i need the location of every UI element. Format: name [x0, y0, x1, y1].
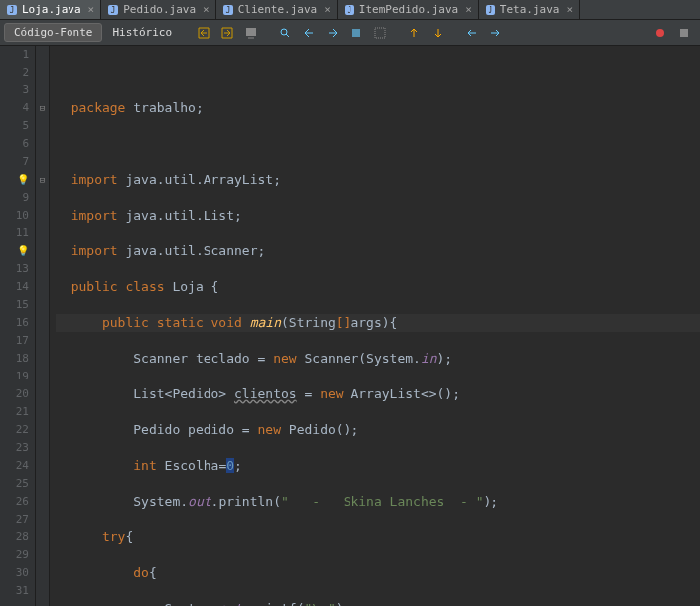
svg-text:J: J [347, 6, 351, 15]
next-bookmark-icon[interactable] [485, 22, 506, 44]
close-icon[interactable]: × [566, 3, 573, 16]
toggle-rect-select-icon[interactable] [369, 22, 391, 44]
tab-label: ItemPedido.java [359, 3, 458, 16]
java-file-icon: J [485, 4, 496, 16]
tab-label: Teta.java [500, 3, 560, 16]
code-area[interactable]: package trabalho; import java.util.Array… [50, 46, 700, 606]
svg-text:J: J [10, 6, 15, 15]
svg-text:J: J [225, 6, 230, 15]
find-prev-icon[interactable] [298, 22, 320, 44]
find-selection-icon[interactable] [274, 22, 296, 44]
java-file-icon: J [222, 4, 234, 16]
java-file-icon: J [107, 4, 119, 16]
svg-rect-12 [352, 29, 360, 37]
toggle-highlight-icon[interactable] [346, 22, 367, 44]
editor-toolbar: Código-Fonte Histórico [0, 20, 700, 46]
close-icon[interactable]: × [88, 3, 95, 16]
close-icon[interactable]: × [465, 3, 472, 16]
tab-loja[interactable]: J Loja.java × [0, 0, 101, 19]
line-number-gutter: 1234567💡91011💡13141516171819202122232425… [0, 46, 36, 606]
svg-rect-15 [680, 29, 688, 37]
kw-package: package [71, 100, 126, 115]
svg-rect-10 [246, 28, 256, 36]
stop-macro-icon[interactable] [673, 22, 695, 44]
history-view-button[interactable]: Histórico [102, 23, 182, 42]
tab-pedido[interactable]: J Pedido.java × [101, 0, 215, 19]
shift-line-up-icon[interactable] [403, 22, 425, 44]
svg-text:J: J [111, 6, 116, 15]
dropdown-icon[interactable] [240, 22, 262, 44]
prev-bookmark-icon[interactable] [461, 22, 483, 44]
code-editor[interactable]: 1234567💡91011💡13141516171819202122232425… [0, 46, 700, 606]
close-icon[interactable]: × [324, 3, 331, 16]
tab-label: Pedido.java [123, 3, 196, 16]
tab-itempedido[interactable]: J ItemPedido.java × [338, 0, 479, 19]
tab-cliente[interactable]: J Cliente.java × [216, 0, 338, 19]
svg-text:J: J [488, 6, 492, 15]
nav-forward-icon[interactable] [216, 22, 238, 44]
java-file-icon: J [344, 4, 355, 16]
tab-label: Cliente.java [238, 3, 317, 16]
hint-bulb-icon[interactable]: 💡 [17, 174, 29, 185]
close-icon[interactable]: × [203, 3, 210, 16]
source-view-button[interactable]: Código-Fonte [4, 23, 102, 42]
tab-label: Loja.java [22, 3, 81, 16]
nav-back-icon[interactable] [193, 22, 214, 44]
svg-point-14 [656, 29, 664, 37]
tab-teta[interactable]: J Teta.java × [479, 0, 580, 19]
fold-gutter: ⊟⊟ [36, 46, 50, 606]
shift-line-down-icon[interactable] [427, 22, 449, 44]
record-macro-icon[interactable] [649, 22, 671, 44]
hint-bulb-icon[interactable]: 💡 [17, 245, 29, 256]
svg-rect-13 [375, 28, 385, 38]
find-next-icon[interactable] [322, 22, 344, 44]
file-tabs: J Loja.java × J Pedido.java × J Cliente.… [0, 0, 700, 20]
java-file-icon: J [6, 4, 18, 16]
